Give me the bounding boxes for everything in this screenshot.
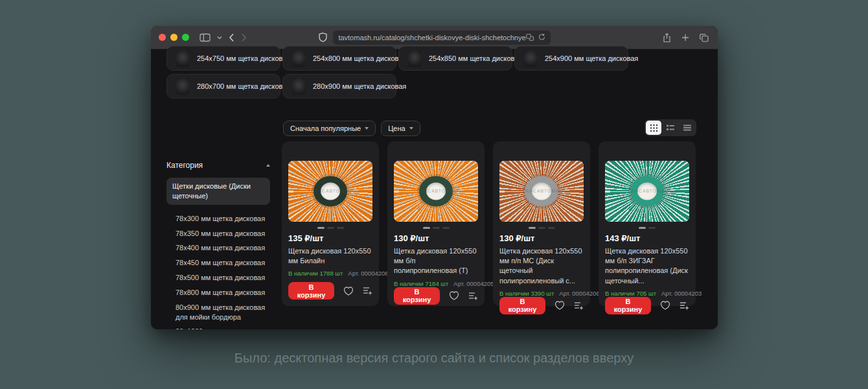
category-thumbnail xyxy=(176,78,189,95)
product-sku: Арт. 00004208 xyxy=(348,270,388,277)
category-sidebar: Категория Щетки дисковые (Диски щеточные… xyxy=(166,161,270,329)
sidebar-toggle-icon[interactable] xyxy=(200,33,211,42)
address-bar[interactable]: tavtomash.ru/catalog/shchetki-diskovye-d… xyxy=(333,30,551,45)
favorite-heart-icon[interactable] xyxy=(449,291,459,300)
sort-popular-label: Сначала популярные xyxy=(290,124,361,132)
desktop: tavtomash.ru/catalog/shchetki-diskovye-d… xyxy=(0,0,868,389)
quick-link-280x700[interactable]: 280x700 мм щетка дисковая xyxy=(166,74,280,99)
view-mode-toggle xyxy=(645,119,696,136)
add-to-cart-button[interactable]: В корзину xyxy=(288,282,334,300)
minimize-window-button[interactable] xyxy=(170,34,177,41)
product-price: 130 ₽/шт xyxy=(499,233,584,243)
back-button[interactable] xyxy=(229,33,234,42)
rows-view-button[interactable] xyxy=(680,121,695,135)
image-pager-dots[interactable] xyxy=(288,227,372,229)
add-to-compare-icon[interactable] xyxy=(363,287,372,295)
quick-link-254x800[interactable]: 254x800 мм щетка дисковая xyxy=(282,46,396,71)
product-sku: Арт. 00004205 xyxy=(453,280,494,287)
product-card[interactable]: ТРАНСАВТОМАШ 143 ₽/шт Щетка дисковая 120… xyxy=(599,141,696,306)
sidebar-item-selected[interactable]: Щетки дисковые (Диски щеточные) xyxy=(166,178,270,205)
quick-link-label: 254x800 мм щетка дисковая xyxy=(313,54,406,62)
favorite-heart-icon[interactable] xyxy=(554,301,565,310)
sidebar-item[interactable]: 78x450 мм щетка дисковая xyxy=(166,255,270,270)
quick-link-254x900[interactable]: 254x900 мм щетка дисковая xyxy=(514,46,628,71)
product-price: 143 ₽/шт xyxy=(605,233,689,243)
add-to-compare-icon[interactable] xyxy=(574,301,584,310)
product-title[interactable]: Щетка дисковая 120x550 мм Билайн xyxy=(288,246,372,266)
image-pager-dots[interactable] xyxy=(605,227,689,229)
sort-controls: Сначала популярные Цена xyxy=(283,121,420,136)
category-thumbnail xyxy=(292,50,305,67)
product-price: 130 ₽/шт xyxy=(394,233,478,243)
category-thumbnail xyxy=(408,50,421,67)
sidebar-item[interactable]: 80x1200 мм щетка дисковая для мойки борд… xyxy=(166,324,270,329)
rows-icon xyxy=(683,124,691,131)
quick-link-280x900[interactable]: 280x900 мм щетка дисковая xyxy=(282,74,396,99)
sidebar-item[interactable]: 78x400 мм щетка дисковая xyxy=(166,241,270,255)
product-image[interactable]: ТРАНСАВТОМАШ xyxy=(394,161,478,222)
list-icon xyxy=(667,124,674,131)
product-image[interactable]: ТРАНСАВТОМАШ xyxy=(288,161,372,222)
favorite-heart-icon[interactable] xyxy=(343,287,354,296)
add-to-cart-button[interactable]: В корзину xyxy=(499,297,545,314)
image-watermark: ТРАНСАВТОМАШ xyxy=(499,189,584,193)
privacy-shield-icon[interactable] xyxy=(319,32,327,42)
image-pager-dots[interactable] xyxy=(499,227,584,229)
category-thumbnail xyxy=(292,78,305,95)
image-pager-dots[interactable] xyxy=(394,227,478,229)
sort-price-label: Цена xyxy=(388,124,405,132)
url-text: tavtomash.ru/catalog/shchetki-diskovye-d… xyxy=(338,34,525,41)
quick-link-label: 254x900 мм щетка дисковая xyxy=(545,54,638,62)
zoom-window-button[interactable] xyxy=(182,34,189,41)
product-title[interactable]: Щетка дисковая 120x550 мм б/п полипропил… xyxy=(394,246,478,276)
sidebar-item[interactable]: 80x900 мм щетка дисковая для мойки бордю… xyxy=(166,300,270,325)
product-card[interactable]: ТРАНСАВТОМАШ 130 ₽/шт Щетка дисковая 120… xyxy=(493,141,590,306)
sort-popular-dropdown[interactable]: Сначала популярные xyxy=(283,121,376,136)
sidebar-item[interactable]: 78x500 мм щетка дисковая xyxy=(166,270,270,285)
reload-icon[interactable] xyxy=(538,32,545,43)
stock-badge: В наличии 1788 шт xyxy=(288,270,343,277)
category-thumbnail xyxy=(176,50,189,67)
tabs-overview-icon[interactable] xyxy=(700,34,709,42)
image-watermark: ТРАНСАВТОМАШ xyxy=(605,189,689,193)
chevron-down-icon xyxy=(409,127,413,130)
browser-window: tavtomash.ru/catalog/shchetki-diskovye-d… xyxy=(151,26,718,329)
add-to-cart-button[interactable]: В корзину xyxy=(394,287,440,305)
translate-icon[interactable] xyxy=(526,32,534,43)
favorite-heart-icon[interactable] xyxy=(660,301,670,310)
close-window-button[interactable] xyxy=(159,34,166,41)
product-sku: Арт. 00004206 xyxy=(559,290,599,297)
new-tab-plus-icon[interactable] xyxy=(681,34,689,41)
screenshot-caption: Было: десктопная версия старого сайта и … xyxy=(0,351,868,366)
sidebar-item[interactable]: 78x800 мм щетка дисковая xyxy=(166,285,270,300)
collapse-icon xyxy=(266,164,270,167)
quick-category-links: 254x750 мм щетка дисковая 254x800 мм щет… xyxy=(166,46,628,99)
product-card[interactable]: ТРАНСАВТОМАШ 130 ₽/шт Щетка дисковая 120… xyxy=(387,141,485,306)
image-watermark: ТРАНСАВТОМАШ xyxy=(394,189,478,193)
product-sku: Арт. 00004203 xyxy=(661,290,702,297)
product-title[interactable]: Щетка дисковая 120x550 мм п/п МС (Диск щ… xyxy=(499,246,584,286)
category-header-label: Категория xyxy=(166,161,203,170)
sidebar-item[interactable]: 78x350 мм щетка дисковая xyxy=(166,226,270,241)
category-thumbnail xyxy=(524,50,537,67)
product-image[interactable]: ТРАНСАВТОМАШ xyxy=(605,161,689,222)
quick-link-254x850[interactable]: 254x850 мм щетка дисковая xyxy=(398,46,512,71)
quick-link-254x750[interactable]: 254x750 мм щетка дисковая xyxy=(166,46,280,71)
category-header[interactable]: Категория xyxy=(166,161,270,170)
stock-badge: В наличии 705 шт xyxy=(605,290,656,297)
list-view-button[interactable] xyxy=(663,121,678,135)
add-to-cart-button[interactable]: В корзину xyxy=(605,297,651,314)
product-image[interactable]: ТРАНСАВТОМАШ xyxy=(499,161,584,222)
grid-view-button[interactable] xyxy=(646,121,661,135)
product-card[interactable]: ТРАНСАВТОМАШ 135 ₽/шт Щетка дисковая 120… xyxy=(282,141,379,306)
sidebar-item[interactable]: 78x300 мм щетка дисковая xyxy=(166,211,270,226)
sidebar-chevron-down-icon[interactable] xyxy=(217,36,222,40)
sort-price-dropdown[interactable]: Цена xyxy=(381,121,420,136)
chevron-down-icon xyxy=(365,127,369,130)
add-to-compare-icon[interactable] xyxy=(468,292,478,300)
product-title[interactable]: Щетка дисковая 120x550 мм б/п ЗИГЗАГ пол… xyxy=(605,246,689,286)
forward-button[interactable] xyxy=(241,33,247,42)
share-icon[interactable] xyxy=(663,33,671,43)
add-to-compare-icon[interactable] xyxy=(680,301,689,310)
product-price: 135 ₽/шт xyxy=(288,233,372,243)
